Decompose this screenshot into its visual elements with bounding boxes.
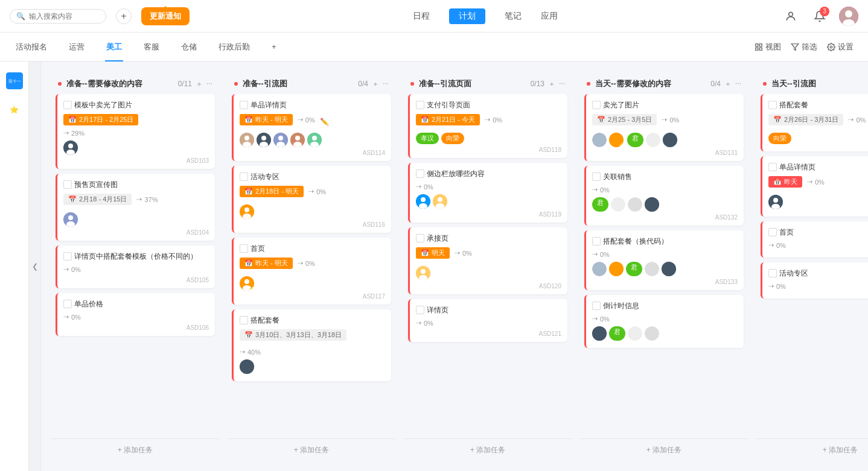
- subnav-item-warehouse[interactable]: 仓储: [180, 33, 198, 62]
- svg-point-25: [278, 136, 283, 141]
- col-header-3: 当天--需要修改的内容 0/4 ＋···: [579, 71, 748, 94]
- card-title-asd134: 倒计时信息: [592, 301, 738, 311]
- card-checkbox[interactable]: [768, 101, 777, 109]
- svg-point-44: [438, 197, 442, 202]
- card-checkbox[interactable]: [768, 269, 777, 277]
- card-checkbox[interactable]: [592, 237, 601, 245]
- card-title-asd105: 详情页中搭配套餐模板（价格不同的）: [63, 251, 209, 262]
- svg-point-53: [611, 197, 625, 212]
- card-title-asd116: 活动专区: [240, 172, 385, 182]
- cards-col-3: 卖光了图片 📅2月25 - 3月5日 ⇢0% ⭐ 君 ASD131: [579, 94, 748, 438]
- card-asd133: 搭配套餐（换代码） ⇢0% 君 ASD133: [584, 230, 744, 290]
- subnav-item-cs[interactable]: 客服: [142, 33, 161, 62]
- col-actions-2[interactable]: ＋···: [548, 79, 565, 89]
- card-asd142: 单品详情页 📅昨天 ⇢0%: [761, 156, 868, 217]
- card-asd120: 承接页 📅明天 ⇢0% ASD120: [408, 227, 567, 294]
- card-asd132: 关联销售 ⇢0% 君 ASD132: [584, 166, 744, 226]
- card-title-asd132: 关联销售: [592, 172, 738, 182]
- subnav-item-signup[interactable]: 活动报名: [14, 33, 48, 62]
- filter-action[interactable]: 筛选: [791, 42, 817, 52]
- add-task-col-4[interactable]: + 添加任务: [756, 438, 868, 461]
- nav-item-notes[interactable]: 笔记: [505, 8, 522, 24]
- card-asd134: 倒计时信息 ⇢0% 君: [584, 295, 744, 348]
- add-task-col-3[interactable]: + 添加任务: [579, 438, 748, 461]
- svg-point-49: [592, 133, 607, 147]
- svg-point-28: [295, 136, 300, 141]
- update-notice-badge[interactable]: 更新通知: [141, 7, 190, 25]
- avatar: [240, 133, 254, 147]
- card-checkbox[interactable]: [592, 172, 601, 181]
- col-more-icon[interactable]: ···: [206, 79, 212, 89]
- sidebar-toggle[interactable]: ❮: [29, 62, 41, 471]
- progress-asd104: ⇢37%: [136, 195, 158, 203]
- card-asd141: 搭配套餐 📅2月26日 - 3月31日 ⇢0% 向荣: [761, 94, 868, 151]
- card-checkbox[interactable]: [416, 101, 424, 109]
- card-asd106: 单品价格 ⇢0% ASD106: [56, 293, 215, 336]
- card-title-asd118: 支付引导页面: [416, 100, 561, 110]
- progress-asd105: ⇢0%: [63, 265, 209, 273]
- card-checkbox[interactable]: [416, 234, 424, 242]
- card-checkbox[interactable]: [240, 101, 248, 109]
- card-checkbox[interactable]: [63, 252, 72, 261]
- card-checkbox[interactable]: [768, 163, 777, 171]
- search-input[interactable]: [29, 12, 100, 21]
- card-title-asd119: 侧边栏放哪些内容: [416, 169, 561, 179]
- card-checkbox[interactable]: [416, 169, 424, 178]
- nav-center: 日程 计划 笔记 应用: [199, 8, 771, 24]
- notification-button[interactable]: 3: [810, 7, 829, 26]
- add-task-col-0[interactable]: + 添加任务: [51, 438, 220, 461]
- add-button[interactable]: +: [116, 8, 132, 24]
- column-today-traffic: 当天--引流图 0/4 ＋··· 搭配套餐 📅2月26日 - 3月31日 ⇢0%: [756, 71, 868, 461]
- card-taopei: 搭配套餐 📅3月10日、3月13日、3月18日 ⇢40%: [232, 309, 391, 381]
- nav-item-apps[interactable]: 应用: [541, 8, 558, 24]
- sidebar-mini: 双十一 ⭐: [0, 62, 29, 471]
- card-checkbox[interactable]: [63, 300, 72, 308]
- add-task-col-2[interactable]: + 添加任务: [403, 438, 572, 461]
- user-avatar[interactable]: [839, 7, 858, 26]
- card-title-asd133: 搭配套餐（换代码）: [592, 236, 738, 247]
- card-checkbox[interactable]: [592, 101, 601, 109]
- progress-asd106: ⇢0%: [63, 313, 209, 321]
- card-checkbox[interactable]: [240, 172, 248, 181]
- svg-point-57: [609, 262, 624, 276]
- card-id-asd104: ASD104: [187, 229, 209, 236]
- svg-marker-8: [791, 43, 799, 50]
- col-add-icon[interactable]: ＋: [196, 79, 203, 89]
- card-checkbox[interactable]: [240, 244, 248, 253]
- svg-point-61: [628, 326, 642, 341]
- calendar-icon: 📅: [68, 116, 77, 124]
- view-action[interactable]: 视图: [755, 42, 781, 52]
- col-actions-0[interactable]: ＋ ···: [196, 79, 212, 89]
- subnav-item-ops[interactable]: 运营: [68, 33, 86, 62]
- svg-point-16: [68, 215, 73, 220]
- search-box[interactable]: 🔍: [10, 9, 106, 24]
- subnav-add-button[interactable]: +: [270, 33, 278, 62]
- col-header-4: 当天--引流图 0/4 ＋···: [756, 71, 868, 94]
- sidebar-star-icon[interactable]: ⭐: [5, 100, 24, 119]
- subnav-item-design[interactable]: 美工: [105, 33, 123, 62]
- svg-point-19: [244, 136, 249, 141]
- settings-action[interactable]: 设置: [827, 42, 854, 52]
- card-asd143: 首页 ⇢0%: [761, 221, 868, 258]
- card-checkbox[interactable]: [63, 101, 72, 109]
- column-today-modify: 当天--需要修改的内容 0/4 ＋··· 卖光了图片 📅2月25 - 3月5日 …: [579, 71, 748, 461]
- card-checkbox[interactable]: [416, 306, 424, 314]
- edit-icon[interactable]: ✏️: [320, 118, 329, 126]
- card-checkbox[interactable]: [63, 180, 72, 189]
- card-checkbox[interactable]: [592, 302, 601, 310]
- avatar: [257, 133, 271, 147]
- col-actions-1[interactable]: ＋···: [372, 79, 389, 89]
- col-actions-3[interactable]: ＋···: [724, 79, 741, 89]
- add-task-col-1[interactable]: + 添加任务: [227, 438, 396, 461]
- col-title-0: 准备--需要修改的内容: [66, 78, 174, 89]
- nav-item-schedule[interactable]: 日程: [413, 8, 430, 24]
- card-checkbox[interactable]: [768, 228, 777, 236]
- col-title-3: 当天--需要修改的内容: [595, 78, 707, 89]
- card-title-asd121: 详情页: [416, 305, 561, 315]
- nav-item-plan[interactable]: 计划: [449, 8, 485, 24]
- svg-point-34: [244, 207, 249, 212]
- avatar: [307, 133, 322, 147]
- card-checkbox[interactable]: [240, 316, 248, 324]
- subnav-item-admin[interactable]: 行政后勤: [217, 33, 251, 62]
- profile-icon-button[interactable]: [781, 7, 800, 26]
